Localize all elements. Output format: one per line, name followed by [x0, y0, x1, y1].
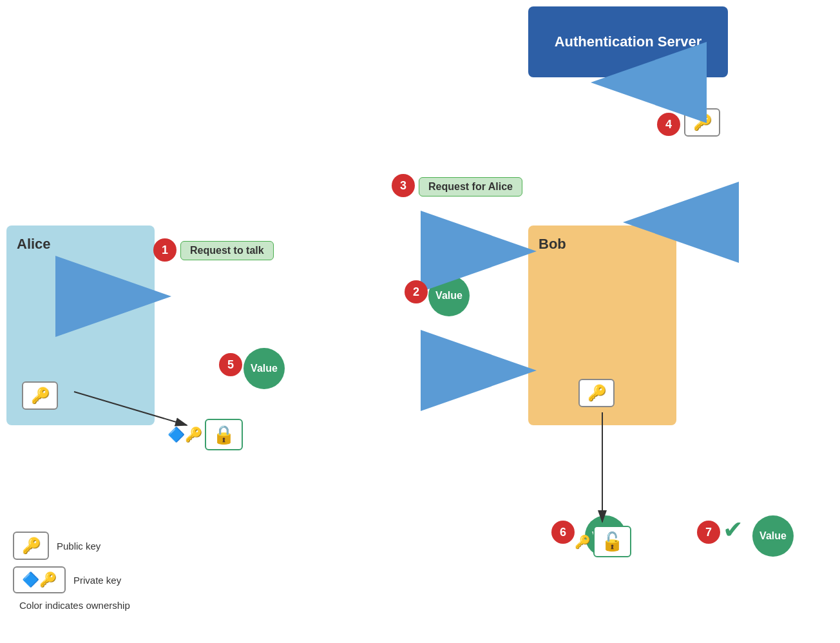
legend-public-key-label: Public key [57, 541, 100, 552]
lock-box-alice: 🔒 [205, 419, 243, 450]
value-circle-2: Value [428, 275, 470, 316]
step4-key-box: 🔑 [684, 108, 720, 137]
step2-badge: 2 [405, 280, 428, 303]
legend-public-key-box: 🔑 [13, 532, 49, 560]
bob-decrypt-group: 🔑 🔓 [575, 526, 631, 557]
legend: 🔑 Public key 🔷🔑 Private key Color indica… [13, 532, 130, 617]
lock-icon-alice: 🔒 [213, 424, 235, 445]
legend-public-key-icon: 🔑 [22, 537, 40, 555]
diagram-container: Authentication Server Alice Bob 1 Reques… [0, 0, 840, 643]
step1-badge: 1 [153, 238, 177, 262]
bob-public-key-icon: 🔑 [587, 384, 606, 402]
value-circle-5: Value [243, 348, 285, 389]
auth-server-box: Authentication Server [528, 6, 728, 77]
legend-public-key: 🔑 Public key [13, 532, 130, 560]
request-for-alice-label: Request for Alice [419, 177, 522, 197]
step6-badge: 6 [551, 521, 575, 544]
key-icon-4: 🔑 [693, 113, 711, 131]
lock-box-bob: 🔓 [593, 526, 631, 557]
alice-label: Alice [17, 236, 51, 253]
step3-badge: 3 [392, 174, 415, 197]
step5-badge: 5 [219, 353, 242, 376]
legend-private-key-box: 🔷🔑 [13, 566, 66, 593]
legend-private-key-label: Private key [73, 575, 121, 586]
legend-private-key-icon: 🔷🔑 [22, 571, 57, 588]
bob-public-key-box: 🔑 [578, 379, 615, 407]
lock-icon-bob: 🔓 [601, 531, 624, 552]
bob-key-icon: 🔑 [575, 534, 591, 550]
legend-private-key: 🔷🔑 Private key [13, 566, 130, 593]
value-circle-7: Value [752, 515, 794, 557]
alice-public-key-icon: 🔑 [31, 387, 49, 405]
step7-badge: 7 [697, 521, 720, 544]
alice-encrypt-group: 🔷🔑 🔒 [167, 419, 243, 450]
bob-label: Bob [539, 236, 566, 253]
alice-public-key-box: 🔑 [22, 381, 58, 410]
request-to-talk-label: Request to talk [180, 241, 274, 260]
step4-badge: 4 [657, 113, 680, 136]
diamond-key-icon: 🔷🔑 [167, 427, 202, 443]
legend-color-note: Color indicates ownership [13, 600, 130, 611]
auth-server-label: Authentication Server [555, 33, 702, 52]
legend-color-note-label: Color indicates ownership [19, 600, 130, 611]
checkmark-icon: ✔ [723, 515, 743, 544]
